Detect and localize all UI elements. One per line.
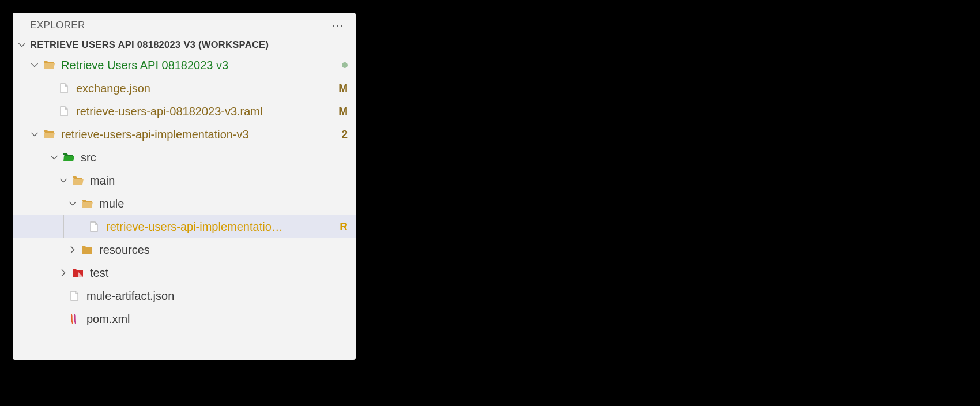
tree-item-label: Retrieve Users API 08182023 v3 xyxy=(61,59,337,72)
workspace-title: RETRIEVE USERS API 08182023 V3 (WORKSPAC… xyxy=(30,39,269,50)
tree-item-label: retrieve-users-api-implementatio… xyxy=(106,220,335,234)
tree-folder-project2[interactable]: retrieve-users-api-implementation-v3 2 xyxy=(13,123,356,146)
chevron-down-icon xyxy=(30,130,39,139)
tree-item-label: exchange.json xyxy=(76,82,334,95)
tree-file-pom-xml[interactable]: pom.xml xyxy=(13,307,356,330)
file-tree: Retrieve Users API 08182023 v3 exchange.… xyxy=(13,54,356,330)
tree-folder-test[interactable]: test xyxy=(13,261,356,284)
folder-open-icon xyxy=(43,59,55,72)
folder-open-icon xyxy=(71,174,84,187)
tree-folder-resources[interactable]: resources xyxy=(13,238,356,261)
chevron-down-icon xyxy=(50,153,59,162)
chevron-down-icon xyxy=(30,61,39,70)
tree-folder-src[interactable]: src xyxy=(13,146,356,169)
chevron-down-icon xyxy=(68,199,77,208)
tree-item-label: retrieve-users-api-08182023-v3.raml xyxy=(76,105,334,118)
git-status-badge: M xyxy=(338,82,348,95)
tree-file-mule-artifact[interactable]: mule-artifact.json xyxy=(13,284,356,307)
tree-item-label: mule xyxy=(99,197,348,210)
tree-folder-mule[interactable]: mule xyxy=(13,192,356,215)
tree-item-label: pom.xml xyxy=(86,313,348,326)
maven-icon xyxy=(68,313,81,325)
tree-file-raml[interactable]: retrieve-users-api-08182023-v3.raml M xyxy=(13,100,356,123)
git-status-badge: R xyxy=(340,220,348,233)
tree-item-label: mule-artifact.json xyxy=(86,290,348,303)
file-icon xyxy=(58,105,70,118)
tree-file-mule-xml[interactable]: retrieve-users-api-implementatio… R xyxy=(13,215,356,238)
tree-file-exchange-json[interactable]: exchange.json M xyxy=(13,77,356,100)
file-icon xyxy=(58,82,70,95)
git-status-badge: M xyxy=(338,105,348,118)
explorer-header: EXPLORER ··· xyxy=(13,13,356,36)
chevron-right-icon xyxy=(59,268,68,277)
more-actions-button[interactable]: ··· xyxy=(330,20,346,32)
workspace-section-header[interactable]: RETRIEVE USERS API 08182023 V3 (WORKSPAC… xyxy=(13,36,356,54)
folder-open-icon xyxy=(43,128,55,141)
file-icon xyxy=(88,220,100,233)
tree-item-label: test xyxy=(90,266,348,280)
tree-item-label: retrieve-users-api-implementation-v3 xyxy=(61,128,337,141)
folder-open-icon xyxy=(81,197,93,210)
chevron-right-icon xyxy=(68,245,77,254)
tree-item-label: resources xyxy=(99,243,348,257)
explorer-title: EXPLORER xyxy=(30,20,85,31)
tree-folder-project1[interactable]: Retrieve Users API 08182023 v3 xyxy=(13,54,356,77)
folder-closed-icon xyxy=(81,243,93,256)
chevron-down-icon xyxy=(17,40,27,50)
folder-src-icon xyxy=(62,151,75,164)
changes-count-badge: 2 xyxy=(341,128,348,141)
tree-item-label: src xyxy=(81,151,348,164)
chevron-down-icon xyxy=(59,176,68,185)
tree-item-label: main xyxy=(90,174,348,187)
tree-folder-main[interactable]: main xyxy=(13,169,356,192)
indent-guide xyxy=(63,215,64,238)
file-icon xyxy=(68,290,81,302)
modified-dot-icon xyxy=(342,62,348,68)
explorer-panel: EXPLORER ··· RETRIEVE USERS API 08182023… xyxy=(13,13,356,360)
folder-test-icon xyxy=(71,266,84,279)
